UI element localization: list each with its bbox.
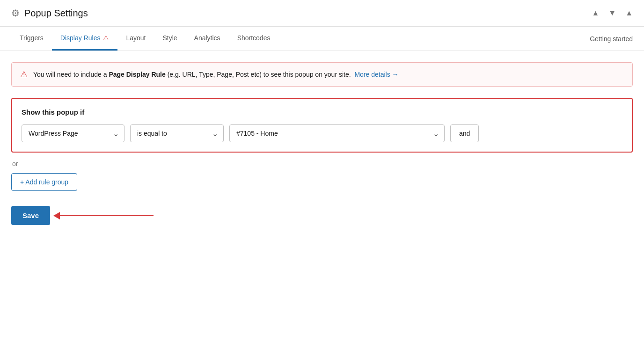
tab-warning-icon: ⚠ (103, 34, 109, 42)
tabs-list: Triggers Display Rules ⚠ Layout Style An… (11, 27, 590, 51)
rule-group-title: Show this popup if (22, 108, 622, 116)
tab-triggers[interactable]: Triggers (11, 27, 52, 51)
header-title-area: ⚙ Popup Settings (11, 7, 592, 19)
gear-icon: ⚙ (11, 7, 20, 19)
operator-dropdown-wrapper: is equal to is not equal to contains doe… (130, 124, 224, 142)
expand-button[interactable]: ▲ (625, 9, 633, 17)
alert-text-suffix: (e.g. URL, Type, Page, Post etc) to see … (166, 71, 351, 78)
tab-layout[interactable]: Layout (117, 27, 154, 51)
tabs-bar: Triggers Display Rules ⚠ Layout Style An… (0, 27, 644, 51)
header: ⚙ Popup Settings ▲ ▼ ▲ (0, 0, 644, 27)
collapse-up-button[interactable]: ▲ (592, 9, 599, 17)
condition-select[interactable]: WordPress Page URL Post Type User Role (22, 124, 124, 142)
alert-more-details-link[interactable]: More details → (354, 71, 398, 78)
add-rule-group-button[interactable]: + Add rule group (11, 173, 77, 191)
tab-shortcodes[interactable]: Shortcodes (229, 27, 279, 51)
rule-row: WordPress Page URL Post Type User Role ⌄… (22, 124, 622, 142)
rule-group-box: Show this popup if WordPress Page URL Po… (11, 98, 633, 153)
save-section: Save (11, 206, 633, 225)
page-title: Popup Settings (24, 8, 88, 19)
arrow-head-icon (53, 212, 60, 219)
alert-text-prefix: You will need to include a (33, 71, 109, 78)
main-content: ⚠ You will need to include a Page Displa… (0, 51, 644, 236)
collapse-down-button[interactable]: ▼ (608, 9, 616, 17)
arrow-line (60, 215, 154, 216)
tab-analytics[interactable]: Analytics (186, 27, 229, 51)
save-button[interactable]: Save (11, 206, 50, 225)
condition-dropdown-wrapper: WordPress Page URL Post Type User Role ⌄ (22, 124, 124, 142)
tab-style[interactable]: Style (154, 27, 185, 51)
and-button[interactable]: and (450, 124, 479, 142)
value-select[interactable]: #7105 - Home #7106 - About #7107 - Conta… (229, 124, 445, 142)
alert-icon: ⚠ (20, 69, 28, 80)
operator-select[interactable]: is equal to is not equal to contains doe… (130, 124, 224, 142)
alert-text-bold: Page Display Rule (109, 71, 165, 78)
or-label: or (12, 160, 633, 168)
alert-text: You will need to include a Page Display … (33, 70, 624, 80)
getting-started-link[interactable]: Getting started (590, 28, 633, 50)
header-controls: ▲ ▼ ▲ (592, 9, 633, 17)
alert-banner: ⚠ You will need to include a Page Displa… (11, 62, 633, 87)
value-dropdown-wrapper: #7105 - Home #7106 - About #7107 - Conta… (229, 124, 445, 142)
arrow-annotation (54, 212, 154, 219)
tab-display-rules[interactable]: Display Rules ⚠ (52, 27, 118, 51)
